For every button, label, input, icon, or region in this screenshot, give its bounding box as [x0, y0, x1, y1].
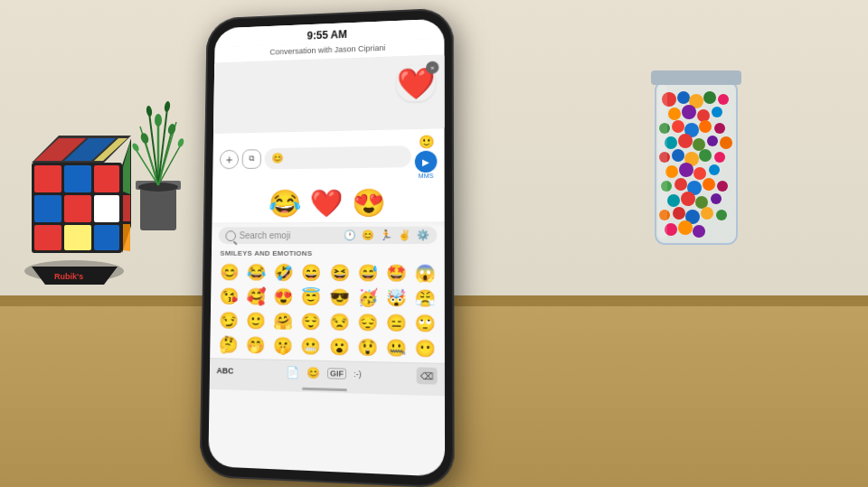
svg-point-78: [695, 196, 708, 209]
emoji-cell[interactable]: 🤭: [242, 333, 269, 358]
emoji-cell[interactable]: 😇: [297, 286, 325, 309]
svg-text:Rubik's: Rubik's: [54, 272, 83, 281]
send-icon: ▶: [422, 156, 429, 166]
svg-point-49: [682, 105, 696, 119]
emoji-search-input[interactable]: Search emoji: [240, 230, 340, 240]
sticker-icon[interactable]: 📄: [286, 366, 299, 379]
svg-point-56: [714, 123, 725, 134]
plant: [118, 14, 199, 248]
emoji-grid: 😊 😂 🤣 😄 😆 😅 🤩 😱 😘 🥰 😍 😇 😎 🥳 🤯 😤 😏 🙂: [210, 259, 445, 363]
emoji-cell[interactable]: 😌: [297, 310, 325, 334]
svg-rect-1: [34, 165, 61, 192]
emoji-cell[interactable]: 🤫: [269, 333, 297, 358]
emoji-cell[interactable]: 🥳: [354, 286, 382, 310]
svg-point-36: [131, 142, 140, 153]
message-input-area: + ⧉ 😊 🙂 ▶ MMS: [212, 127, 445, 185]
emoji-cell[interactable]: 😅: [354, 261, 381, 285]
svg-point-38: [146, 106, 153, 117]
svg-point-47: [718, 94, 729, 105]
emoji-suggestion-heart[interactable]: ❤️: [309, 187, 343, 219]
message-input-box[interactable]: 😊: [264, 145, 410, 169]
abc-button[interactable]: ABC: [217, 366, 234, 375]
emoji-cell[interactable]: 🤣: [270, 261, 297, 285]
emoji-cell[interactable]: 🤐: [382, 336, 410, 361]
svg-rect-41: [651, 70, 741, 85]
add-button[interactable]: +: [220, 149, 239, 169]
svg-point-69: [693, 167, 706, 180]
emoji-suggestion-hearteyes[interactable]: 😍: [352, 187, 385, 219]
phone-device: 9:55 AM Conversation with Jason Cipriani…: [200, 7, 455, 487]
emoji-cell[interactable]: 😑: [382, 311, 410, 335]
smiley-text-button[interactable]: :-): [354, 370, 362, 379]
emoji-cell[interactable]: 😎: [326, 286, 353, 310]
svg-point-77: [681, 192, 695, 206]
svg-rect-6: [94, 195, 119, 222]
message-input-text: 😊: [271, 153, 284, 164]
svg-point-50: [697, 109, 710, 122]
svg-rect-88: [658, 85, 667, 239]
svg-point-79: [711, 193, 722, 204]
svg-point-74: [703, 178, 715, 191]
emoji-search-bar[interactable]: Search emoji 🕐 😊 🏃 ✌️ ⚙️: [219, 227, 438, 244]
emoji-cell[interactable]: 😘: [216, 285, 242, 308]
emoji-cell[interactable]: 😏: [215, 309, 241, 332]
svg-rect-4: [34, 195, 61, 222]
close-icon: ×: [430, 63, 435, 71]
phone-screen: 9:55 AM Conversation with Jason Cipriani…: [208, 19, 445, 477]
emoji-cell[interactable]: 😤: [410, 286, 439, 311]
svg-point-67: [665, 165, 678, 178]
emoji-cell[interactable]: 😮: [326, 335, 353, 360]
smiley-cat-icon[interactable]: 😊: [362, 229, 374, 241]
send-button[interactable]: ▶: [415, 151, 438, 173]
emoji-cell[interactable]: 😄: [297, 261, 325, 285]
emoji-cell[interactable]: 😆: [326, 261, 353, 285]
emoji-cell[interactable]: 😬: [297, 334, 325, 359]
emoji-cell[interactable]: 🤩: [382, 261, 410, 286]
svg-point-75: [717, 181, 728, 192]
svg-point-39: [164, 101, 171, 113]
svg-point-51: [712, 107, 722, 117]
recent-icon[interactable]: 🕐: [344, 229, 356, 241]
emoji-cell[interactable]: 🥰: [243, 285, 269, 308]
emoji-button[interactable]: 🙂: [417, 133, 435, 151]
copy-button[interactable]: ⧉: [242, 149, 261, 169]
svg-rect-8: [64, 225, 91, 250]
svg-point-58: [678, 134, 693, 148]
emoji-cell[interactable]: 😊: [216, 261, 242, 285]
svg-point-37: [176, 137, 184, 147]
heart-emoji-message: ❤️ ×: [397, 65, 436, 102]
emoji-cell[interactable]: 😲: [354, 335, 382, 360]
emoji-cell[interactable]: 😍: [270, 286, 297, 309]
settings-icon[interactable]: ⚙️: [417, 229, 429, 241]
emoji-cell[interactable]: 😔: [354, 311, 382, 335]
emoji-cell[interactable]: 😶: [410, 336, 439, 361]
emoji-cell[interactable]: 🙄: [410, 311, 439, 335]
svg-rect-21: [140, 185, 176, 230]
add-icon: +: [226, 152, 233, 166]
keyboard-emoji-icon[interactable]: 😊: [307, 367, 320, 380]
copy-icon: ⧉: [249, 154, 254, 164]
gif-button[interactable]: GIF: [327, 368, 346, 379]
chat-area: ❤️ ×: [213, 55, 445, 133]
emoji-cell[interactable]: 🙂: [242, 309, 269, 332]
emoji-cell[interactable]: 🤗: [269, 309, 297, 332]
emoji-cell[interactable]: 🤯: [382, 286, 410, 311]
activity-icon[interactable]: 🏃: [380, 229, 392, 241]
delete-icon: ⌫: [420, 370, 434, 381]
emoji-suggestion-laugh[interactable]: 😂: [268, 188, 300, 220]
close-message-button[interactable]: ×: [426, 61, 439, 74]
svg-point-55: [699, 120, 712, 133]
delete-key[interactable]: ⌫: [417, 367, 438, 384]
gesture-icon[interactable]: ✌️: [398, 229, 410, 241]
emoji-cell[interactable]: 🤔: [215, 332, 241, 356]
svg-point-34: [155, 114, 162, 126]
svg-point-68: [679, 163, 693, 177]
svg-point-61: [720, 136, 732, 149]
emoji-cell[interactable]: 😱: [410, 261, 439, 286]
conversation-label: Conversation with Jason Cipriani: [269, 43, 385, 57]
svg-point-59: [693, 138, 705, 151]
emoji-cell[interactable]: 😒: [326, 310, 353, 334]
emoji-icon: 🙂: [418, 135, 433, 149]
search-icon: [225, 230, 236, 241]
emoji-cell[interactable]: 😂: [243, 261, 269, 285]
